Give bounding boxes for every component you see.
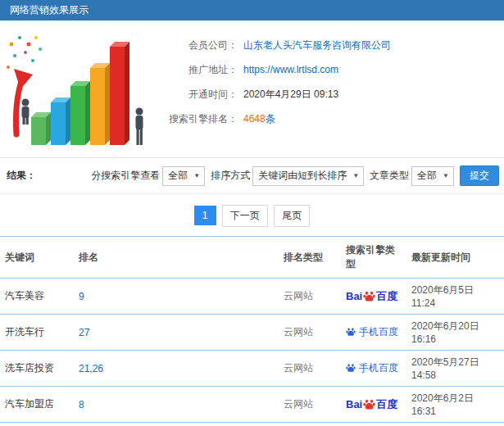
page-title: 网络营销效果展示 bbox=[10, 4, 89, 16]
rank-link[interactable]: 9 bbox=[79, 291, 84, 302]
baidu-paw-icon bbox=[346, 363, 356, 373]
baidu-logo-prefix: Bai bbox=[346, 290, 362, 302]
baidu-paw-icon bbox=[363, 398, 375, 410]
engine-rank-value: 4648条 bbox=[243, 112, 275, 126]
engine-cell: 手机百度 bbox=[341, 351, 406, 387]
sort-value: 关键词由短到长排序 bbox=[258, 169, 347, 183]
baidu-paw-icon bbox=[346, 327, 356, 337]
update-time-cell: 2020年6月20日 16:11 bbox=[406, 423, 504, 426]
rank-cell: 25,28,28 bbox=[74, 423, 279, 426]
rank-type-cell: 云网站 bbox=[279, 351, 341, 387]
chart-illustration-wrap bbox=[0, 25, 148, 156]
promo-url-link[interactable]: https://www.lrtlsd.com bbox=[243, 64, 338, 75]
update-time-cell: 2020年6月2日 16:31 bbox=[406, 387, 504, 423]
engine-cell: 手机百度 bbox=[341, 315, 406, 351]
engine-rank-label: 搜索引擎排名： bbox=[148, 112, 238, 126]
submit-button[interactable]: 提交 bbox=[460, 165, 499, 186]
rank-cell: 8 bbox=[74, 387, 279, 423]
chevron-down-icon: ▼ bbox=[352, 172, 359, 179]
figure-left bbox=[22, 99, 30, 125]
baidu-paw-icon bbox=[363, 290, 375, 302]
rank-cell: 9 bbox=[74, 279, 279, 315]
chevron-down-icon: ▼ bbox=[443, 172, 449, 179]
article-type-select[interactable]: 全部 ▼ bbox=[411, 166, 454, 186]
pagination: 1 下一页 尾页 bbox=[0, 194, 504, 236]
keyword-cell: 加盟洗车店 bbox=[0, 423, 74, 426]
result-label: 结果： bbox=[7, 169, 36, 183]
promo-url-label: 推广地址： bbox=[148, 63, 238, 77]
update-time-cell: 2020年5月27日 14:58 bbox=[406, 351, 504, 387]
header-keyword: 关键词 bbox=[0, 237, 74, 279]
next-page-button[interactable]: 下一页 bbox=[222, 205, 268, 227]
table-row: 汽车加盟店 8 云网站 Bai 百度 2020年6月2日 16:31 bbox=[0, 387, 504, 423]
rank-link[interactable]: 8 bbox=[79, 399, 84, 410]
filter-bar: 结果： 分搜索引擎查看 全部 ▼ 排序方式 关键词由短到长排序 ▼ 文章类型 全… bbox=[0, 158, 504, 194]
keyword-cell: 汽车加盟店 bbox=[0, 387, 74, 423]
table-row: 加盟洗车店 25,28,28 云网站 手机百度 2020年6月20日 16:11 bbox=[0, 423, 504, 426]
company-label: 会员公司： bbox=[148, 39, 238, 52]
engine-label: 手机百度 bbox=[359, 361, 398, 375]
sort-select[interactable]: 关键词由短到长排序 ▼ bbox=[252, 166, 364, 186]
keyword-cell: 汽车美容 bbox=[0, 279, 74, 315]
open-time-value: 2020年4月29日 09:13 bbox=[243, 88, 338, 102]
page-number-current[interactable]: 1 bbox=[194, 206, 216, 225]
open-time-row: 开通时间： 2020年4月29日 09:13 bbox=[148, 82, 504, 106]
article-type-value: 全部 bbox=[417, 169, 437, 183]
company-row: 会员公司： 山东老人头汽车服务咨询有限公司 bbox=[148, 33, 504, 57]
engine-label: 百度 bbox=[376, 397, 397, 412]
engine-filter-select[interactable]: 全部 ▼ bbox=[162, 166, 205, 186]
update-time-cell: 2020年6月5日 11:24 bbox=[406, 279, 504, 315]
sort-label: 排序方式 bbox=[211, 169, 250, 183]
article-type-label: 文章类型 bbox=[370, 169, 409, 183]
rank-type-cell: 云网站 bbox=[279, 423, 341, 426]
company-link[interactable]: 山东老人头汽车服务咨询有限公司 bbox=[243, 39, 391, 52]
rank-type-cell: 云网站 bbox=[279, 279, 341, 315]
rank-link[interactable]: 27 bbox=[79, 327, 89, 338]
table-row: 洗车店投资 21,26 云网站 手机百度 2020年5月27日 14:58 bbox=[0, 351, 504, 387]
engine-label: 百度 bbox=[376, 289, 397, 304]
engine-rank-unit: 条 bbox=[266, 113, 275, 125]
engine-rank-count: 4648 bbox=[243, 113, 266, 125]
table-row: 开洗车行 27 云网站 手机百度 2020年6月20日 16:16 bbox=[0, 315, 504, 351]
rank-cell: 21,26 bbox=[74, 351, 279, 387]
engine-cell: Bai 百度 bbox=[341, 279, 406, 315]
chevron-down-icon: ▼ bbox=[193, 172, 200, 179]
engine-cell: 手机百度 bbox=[341, 423, 406, 426]
page-title-bar: 网络营销效果展示 bbox=[0, 0, 504, 20]
growth-bar-chart-illustration bbox=[3, 26, 151, 153]
open-time-label: 开通时间： bbox=[148, 88, 238, 102]
engine-filter-value: 全部 bbox=[168, 169, 188, 183]
figure-right bbox=[136, 108, 143, 146]
header-update-time: 最新更新时间 bbox=[406, 237, 504, 279]
member-info: 会员公司： 山东老人头汽车服务咨询有限公司 推广地址： https://www.… bbox=[148, 25, 504, 156]
rank-link[interactable]: 21,26 bbox=[79, 363, 103, 374]
header-rank-type: 排名类型 bbox=[279, 237, 341, 279]
header-rank: 排名 bbox=[74, 237, 279, 279]
engine-rank-row: 搜索引擎排名： 4648条 bbox=[148, 106, 504, 131]
table-row: 汽车美容 9 云网站 Bai 百度 2020年6月5日 11:24 bbox=[0, 279, 504, 315]
keyword-cell: 洗车店投资 bbox=[0, 351, 74, 387]
last-page-button[interactable]: 尾页 bbox=[274, 205, 310, 227]
baidu-logo-prefix: Bai bbox=[346, 398, 362, 410]
table-header-row: 关键词 排名 排名类型 搜索引擎类型 最新更新时间 bbox=[0, 237, 504, 279]
promo-url-row: 推广地址： https://www.lrtlsd.com bbox=[148, 57, 504, 82]
results-table: 关键词 排名 排名类型 搜索引擎类型 最新更新时间 汽车美容 9 云网站 Bai bbox=[0, 236, 504, 426]
keyword-cell: 开洗车行 bbox=[0, 315, 74, 351]
rank-cell: 27 bbox=[74, 315, 279, 351]
rank-type-cell: 云网站 bbox=[279, 387, 341, 423]
update-time-cell: 2020年6月20日 16:16 bbox=[406, 315, 504, 351]
engine-filter-label: 分搜索引擎查看 bbox=[91, 169, 160, 183]
rank-type-cell: 云网站 bbox=[279, 315, 341, 351]
summary-section: 会员公司： 山东老人头汽车服务咨询有限公司 推广地址： https://www.… bbox=[0, 20, 504, 158]
engine-cell: Bai 百度 bbox=[341, 387, 406, 423]
header-engine-type: 搜索引擎类型 bbox=[341, 237, 406, 279]
engine-label: 手机百度 bbox=[359, 325, 398, 339]
